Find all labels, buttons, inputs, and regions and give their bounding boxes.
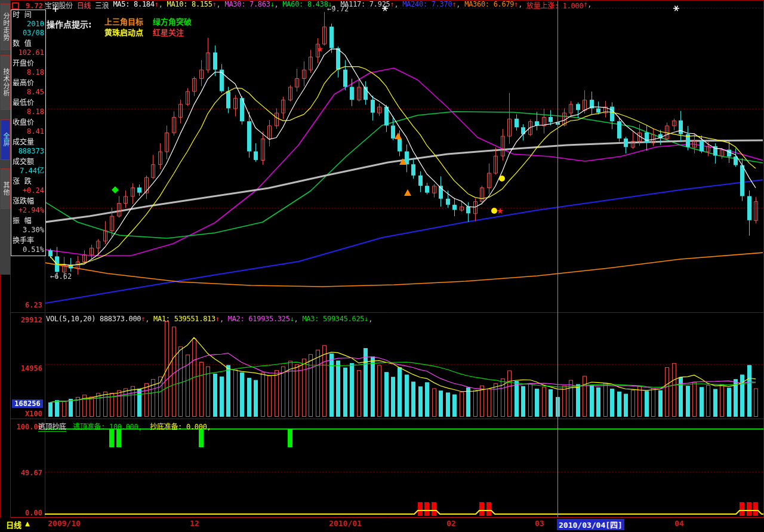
ma-legend-item: MA10: 8.155↑, [167, 0, 224, 8]
hint-legend-item: 黄珠启动点 [104, 26, 143, 38]
volume-ma-label: MA2: 619935.325 [228, 315, 290, 323]
separator: , [456, 0, 464, 8]
info-row: 最低价8.18 [11, 98, 45, 118]
arrow-icon: ↓ [290, 315, 294, 323]
axis-label-0.00: 0.00 [11, 509, 42, 517]
info-row: 换手率0.51% [11, 236, 45, 256]
separator: , [294, 315, 303, 323]
volume-ma-item: VOL(5,10,20) 888373.000↑, [46, 315, 153, 323]
ma-arrow-icon: ↑ [155, 0, 159, 8]
bottom-status-bar: 日线 ▲ 2009/10122010/0102032010/03/04[四]04 [0, 518, 764, 532]
info-row-value: 8.45 [13, 88, 44, 97]
info-row: 最高价8.45 [11, 78, 45, 98]
ma-label: MA240: 7.370 [402, 0, 452, 8]
hint-legend-item: 绿方角突破 [153, 16, 192, 27]
info-row: 成交额7.44亿 [11, 157, 45, 177]
info-row: 成交量888373 [11, 137, 45, 157]
info-row-value: 8.18 [13, 107, 44, 116]
ma-label: 放量上涨: 1.000 [526, 2, 583, 10]
sidebar-tab-技术分析[interactable]: 技术分析 [1, 55, 10, 110]
volume-ma-label: MA3: 599345.625 [302, 315, 364, 323]
info-row-value: 03/08 [13, 29, 44, 38]
chart-canvas[interactable] [0, 0, 764, 532]
price-annotation: ←6.62 [50, 272, 72, 281]
ma-legend-item: MA240: 7.370↑, [402, 0, 464, 8]
app-flag-icon [12, 2, 19, 10]
info-row-value: +2.94% [13, 206, 44, 215]
separator: , [217, 0, 225, 8]
separator: , [518, 0, 526, 8]
indicator-title[interactable]: 逃顶抄底 [38, 423, 66, 432]
axis-label-49.67: 49.67 [11, 469, 42, 477]
volume-pane-header: VOL(5,10,20) 888373.000↑, MA1: 539551.81… [46, 315, 372, 323]
ma-legend-item: MA360: 6.679↑, [464, 0, 526, 8]
separator: , [368, 315, 372, 323]
axis-label-14956: 14956 [11, 364, 42, 373]
info-row-label: 振 幅 [13, 217, 44, 226]
date-label-03: 03 [535, 519, 544, 528]
ma-label: MA360: 6.679 [464, 0, 514, 8]
info-row-label: 涨跌幅 [13, 197, 44, 206]
ma-legend: MA5: 8.184↑, MA10: 8.155↑, MA30: 7.863↓,… [113, 0, 592, 8]
volume-ma-label: MA1: 539551.813 [153, 315, 215, 323]
volume-ma-item: MA3: 599345.625↓, [302, 315, 372, 323]
separator: , [587, 0, 592, 8]
info-row-label: 时 间 [13, 11, 44, 20]
date-label-12: 12 [190, 519, 199, 528]
sidebar-tab-全屏[interactable]: 全屏 [1, 119, 10, 160]
pane-max-price: 9.72 [19, 2, 43, 10]
separator: , [145, 315, 153, 323]
info-row: 收盘价8.41 [11, 118, 45, 137]
price-annotation: ←9.72 [327, 5, 349, 13]
separator: , [220, 315, 228, 323]
info-row: 涨 跌+0.24 [11, 177, 45, 196]
info-row-value: 8.41 [13, 127, 44, 136]
chart-header: 宝钢股份 日线 三浪 MA5: 8.184↑, MA10: 8.155↑, MA… [45, 0, 592, 10]
info-row-label: 数 值 [13, 39, 44, 48]
info-row-label: 开盘价 [13, 59, 44, 68]
ma-label: MA60: 8.438 [282, 0, 328, 8]
ma-arrow-icon: ↓ [270, 0, 275, 8]
info-row-label: 涨 跌 [13, 177, 44, 186]
axis-label-X100: X100 [11, 410, 42, 418]
info-row: 振 幅3.30% [11, 216, 45, 236]
left-tab-strip: 分时走势技术分析全屏其他 [0, 0, 11, 275]
ma-label: MA5: 8.184 [113, 0, 154, 8]
info-row-label: 成交额 [13, 158, 44, 167]
info-row: 时 间201003/08 [11, 10, 45, 39]
date-label-04: 04 [674, 519, 684, 528]
volume-ma-item: MA1: 539551.813↑, [153, 315, 228, 323]
axis-label-6.23: 6.23 [11, 301, 42, 309]
separator: , [394, 0, 402, 8]
info-row-label: 换手率 [13, 236, 44, 245]
hint-legend-item: 红星关注 [153, 26, 184, 38]
indicator-pane-header: 逃顶抄底 逃顶准备: 100.000, 抄底准备: 0.000, [38, 421, 215, 431]
bottom-period-label[interactable]: 日线 [6, 519, 21, 530]
info-row: 数 值102.61 [11, 39, 45, 59]
axis-label-168256: 168256 [12, 399, 43, 408]
date-label-2009/10: 2009/10 [48, 519, 81, 528]
info-row-value: 7.44亿 [13, 167, 44, 176]
separator: , [159, 0, 167, 8]
info-row-label: 最高价 [13, 79, 44, 88]
ma-legend-item: MA30: 7.863↓, [224, 0, 282, 8]
quote-info-panel: 时 间201003/08数 值102.61开盘价8.18最高价8.45最低价8.… [11, 10, 46, 256]
info-row: 开盘价8.18 [11, 59, 45, 78]
sidebar-tab-其他[interactable]: 其他 [1, 168, 10, 209]
ma-legend-item: MA5: 8.184↑, [113, 0, 167, 8]
info-row-value: 0.51% [13, 245, 44, 254]
indicator-value-item: 逃顶准备: 100.000, [73, 423, 146, 431]
info-row-value: 3.30% [13, 226, 44, 235]
sidebar-tab-分时走势[interactable]: 分时走势 [1, 4, 10, 50]
info-row-value: 888373 [13, 147, 44, 156]
indicator-value-item: 抄底准备: 0.000, [150, 423, 211, 431]
ma-legend-item: MA117: 7.925↑, [340, 0, 402, 8]
axis-label-29912: 29912 [11, 316, 42, 324]
volume-ma-item: MA2: 619935.325↓, [228, 315, 303, 323]
stock-name: 宝钢股份 [45, 2, 73, 10]
period-label[interactable]: 日线 [77, 2, 91, 10]
wave-label: 三浪 [95, 2, 109, 10]
ma-label: MA10: 8.155 [167, 0, 212, 8]
info-row-label: 收盘价 [13, 118, 44, 127]
hint-title: 操作点提示: [47, 18, 92, 30]
